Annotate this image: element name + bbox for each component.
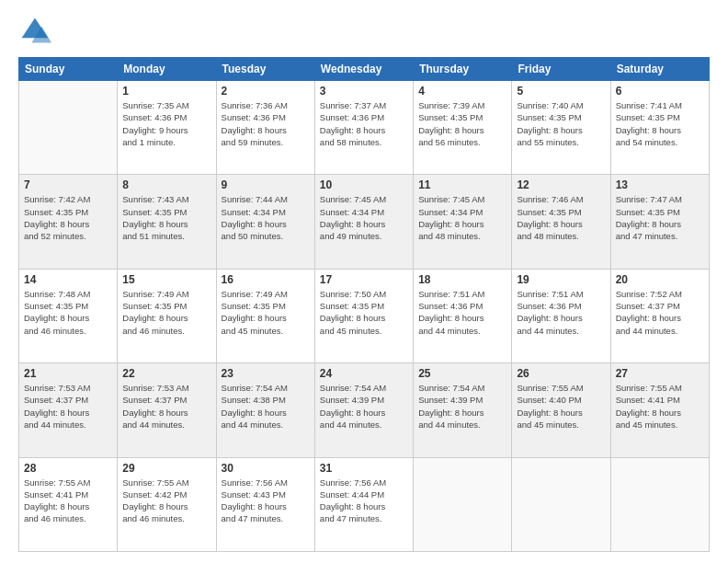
day-number: 12: [517, 178, 605, 191]
day-number: 14: [24, 273, 112, 286]
calendar-cell: 23Sunrise: 7:54 AMSunset: 4:38 PMDayligh…: [216, 363, 314, 457]
day-info: Sunrise: 7:56 AMSunset: 4:44 PMDaylight:…: [320, 477, 408, 525]
day-number: 23: [222, 367, 310, 380]
day-number: 26: [517, 367, 605, 380]
day-info: Sunrise: 7:45 AMSunset: 4:34 PMDaylight:…: [320, 193, 408, 242]
calendar-week-4: 21Sunrise: 7:53 AMSunset: 4:37 PMDayligh…: [19, 363, 710, 457]
day-info: Sunrise: 7:43 AMSunset: 4:35 PMDaylight:…: [122, 193, 210, 242]
day-number: 19: [517, 273, 605, 286]
day-info: Sunrise: 7:54 AMSunset: 4:39 PMDaylight:…: [320, 382, 408, 431]
calendar-cell: 24Sunrise: 7:54 AMSunset: 4:39 PMDayligh…: [314, 363, 413, 457]
calendar-header-tuesday: Tuesday: [216, 58, 314, 81]
calendar-header-sunday: Sunday: [19, 58, 118, 81]
calendar-cell: 18Sunrise: 7:51 AMSunset: 4:36 PMDayligh…: [414, 269, 512, 362]
day-info: Sunrise: 7:36 AMSunset: 4:36 PMDaylight:…: [222, 99, 310, 148]
calendar-cell: 25Sunrise: 7:54 AMSunset: 4:39 PMDayligh…: [414, 363, 512, 457]
day-info: Sunrise: 7:40 AMSunset: 4:35 PMDaylight:…: [517, 99, 605, 148]
calendar-cell: 3Sunrise: 7:37 AMSunset: 4:36 PMDaylight…: [314, 81, 413, 175]
day-number: 5: [517, 85, 605, 98]
calendar-cell: 2Sunrise: 7:36 AMSunset: 4:36 PMDaylight…: [216, 81, 314, 175]
day-info: Sunrise: 7:56 AMSunset: 4:43 PMDaylight:…: [222, 477, 310, 525]
calendar-week-3: 14Sunrise: 7:48 AMSunset: 4:35 PMDayligh…: [19, 269, 710, 362]
day-info: Sunrise: 7:53 AMSunset: 4:37 PMDaylight:…: [122, 382, 210, 431]
calendar-header-friday: Friday: [512, 58, 610, 81]
calendar-cell: 21Sunrise: 7:53 AMSunset: 4:37 PMDayligh…: [19, 363, 118, 457]
calendar-cell: 14Sunrise: 7:48 AMSunset: 4:35 PMDayligh…: [19, 269, 118, 362]
day-info: Sunrise: 7:49 AMSunset: 4:35 PMDaylight:…: [222, 288, 310, 337]
calendar-cell: 26Sunrise: 7:55 AMSunset: 4:40 PMDayligh…: [512, 363, 610, 457]
calendar-cell: 12Sunrise: 7:46 AMSunset: 4:35 PMDayligh…: [512, 175, 610, 269]
calendar-cell: 22Sunrise: 7:53 AMSunset: 4:37 PMDayligh…: [118, 363, 216, 457]
day-number: 18: [418, 273, 506, 286]
day-info: Sunrise: 7:37 AMSunset: 4:36 PMDaylight:…: [320, 99, 408, 148]
day-number: 4: [418, 85, 506, 98]
logo: [18, 15, 55, 48]
day-info: Sunrise: 7:41 AMSunset: 4:35 PMDaylight:…: [616, 99, 704, 148]
day-info: Sunrise: 7:55 AMSunset: 4:40 PMDaylight:…: [517, 382, 605, 431]
day-number: 17: [320, 273, 408, 286]
day-info: Sunrise: 7:54 AMSunset: 4:38 PMDaylight:…: [222, 382, 310, 431]
calendar-week-5: 28Sunrise: 7:55 AMSunset: 4:41 PMDayligh…: [19, 457, 710, 551]
calendar-header-thursday: Thursday: [414, 58, 512, 81]
day-number: 16: [222, 273, 310, 286]
calendar-cell: 11Sunrise: 7:45 AMSunset: 4:34 PMDayligh…: [414, 175, 512, 269]
calendar-cell: 1Sunrise: 7:35 AMSunset: 4:36 PMDaylight…: [118, 81, 216, 175]
day-info: Sunrise: 7:48 AMSunset: 4:35 PMDaylight:…: [24, 288, 112, 337]
day-info: Sunrise: 7:51 AMSunset: 4:36 PMDaylight:…: [517, 288, 605, 337]
calendar-cell: 16Sunrise: 7:49 AMSunset: 4:35 PMDayligh…: [216, 269, 314, 362]
calendar-cell: 6Sunrise: 7:41 AMSunset: 4:35 PMDaylight…: [610, 81, 709, 175]
day-number: 2: [222, 85, 310, 98]
calendar-cell: 30Sunrise: 7:56 AMSunset: 4:43 PMDayligh…: [216, 457, 314, 551]
page: SundayMondayTuesdayWednesdayThursdayFrid…: [0, 0, 728, 563]
calendar-cell: 8Sunrise: 7:43 AMSunset: 4:35 PMDaylight…: [118, 175, 216, 269]
day-info: Sunrise: 7:50 AMSunset: 4:35 PMDaylight:…: [320, 288, 408, 337]
day-number: 15: [122, 273, 210, 286]
calendar-cell: 19Sunrise: 7:51 AMSunset: 4:36 PMDayligh…: [512, 269, 610, 362]
day-number: 24: [320, 367, 408, 380]
calendar-cell: 29Sunrise: 7:55 AMSunset: 4:42 PMDayligh…: [118, 457, 216, 551]
day-number: 13: [616, 178, 704, 191]
header: [18, 15, 710, 48]
day-number: 31: [320, 462, 408, 475]
day-number: 20: [616, 273, 704, 286]
day-info: Sunrise: 7:35 AMSunset: 4:36 PMDaylight:…: [122, 99, 210, 148]
logo-icon: [18, 15, 51, 48]
day-number: 29: [122, 462, 210, 475]
calendar-cell: [19, 81, 118, 175]
day-info: Sunrise: 7:51 AMSunset: 4:36 PMDaylight:…: [418, 288, 506, 337]
day-info: Sunrise: 7:42 AMSunset: 4:35 PMDaylight:…: [24, 193, 112, 242]
calendar-cell: 31Sunrise: 7:56 AMSunset: 4:44 PMDayligh…: [314, 457, 413, 551]
calendar-week-2: 7Sunrise: 7:42 AMSunset: 4:35 PMDaylight…: [19, 175, 710, 269]
calendar-cell: 20Sunrise: 7:52 AMSunset: 4:37 PMDayligh…: [610, 269, 709, 362]
calendar-cell: 27Sunrise: 7:55 AMSunset: 4:41 PMDayligh…: [610, 363, 709, 457]
day-info: Sunrise: 7:39 AMSunset: 4:35 PMDaylight:…: [418, 99, 506, 148]
day-number: 7: [24, 178, 112, 191]
calendar-header-row: SundayMondayTuesdayWednesdayThursdayFrid…: [19, 58, 710, 81]
day-number: 9: [222, 178, 310, 191]
day-number: 22: [122, 367, 210, 380]
calendar-cell: [610, 457, 709, 551]
calendar-cell: [512, 457, 610, 551]
day-info: Sunrise: 7:55 AMSunset: 4:41 PMDaylight:…: [24, 477, 112, 525]
day-info: Sunrise: 7:47 AMSunset: 4:35 PMDaylight:…: [616, 193, 704, 242]
calendar-header-monday: Monday: [118, 58, 216, 81]
day-info: Sunrise: 7:54 AMSunset: 4:39 PMDaylight:…: [418, 382, 506, 431]
calendar-cell: 17Sunrise: 7:50 AMSunset: 4:35 PMDayligh…: [314, 269, 413, 362]
day-number: 3: [320, 85, 408, 98]
day-number: 27: [616, 367, 704, 380]
day-info: Sunrise: 7:49 AMSunset: 4:35 PMDaylight:…: [122, 288, 210, 337]
day-number: 11: [418, 178, 506, 191]
day-number: 8: [122, 178, 210, 191]
day-info: Sunrise: 7:46 AMSunset: 4:35 PMDaylight:…: [517, 193, 605, 242]
day-info: Sunrise: 7:44 AMSunset: 4:34 PMDaylight:…: [222, 193, 310, 242]
day-info: Sunrise: 7:55 AMSunset: 4:42 PMDaylight:…: [122, 477, 210, 525]
day-number: 21: [24, 367, 112, 380]
calendar-cell: 28Sunrise: 7:55 AMSunset: 4:41 PMDayligh…: [19, 457, 118, 551]
calendar-cell: 7Sunrise: 7:42 AMSunset: 4:35 PMDaylight…: [19, 175, 118, 269]
day-number: 10: [320, 178, 408, 191]
calendar-cell: 4Sunrise: 7:39 AMSunset: 4:35 PMDaylight…: [414, 81, 512, 175]
calendar-header-wednesday: Wednesday: [314, 58, 413, 81]
calendar-header-saturday: Saturday: [610, 58, 709, 81]
calendar-table: SundayMondayTuesdayWednesdayThursdayFrid…: [18, 57, 710, 552]
day-info: Sunrise: 7:45 AMSunset: 4:34 PMDaylight:…: [418, 193, 506, 242]
